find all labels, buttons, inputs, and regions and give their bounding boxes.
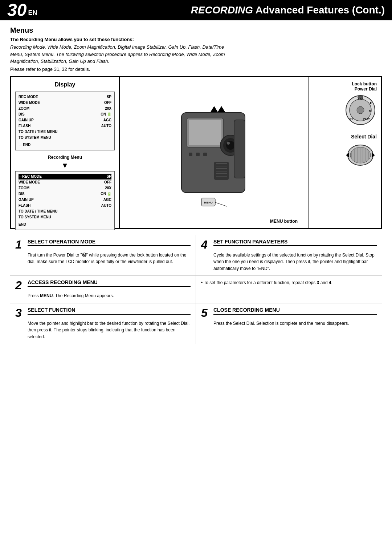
svg-rect-30 (358, 96, 363, 98)
page-header: 30 EN RECORDING Advanced Features (Cont.… (0, 0, 392, 20)
svg-text:OFF: OFF (349, 118, 354, 120)
subtitle-bold: The Recording Menu allows you to set the… (10, 37, 382, 42)
menu-row: DIS ON 🔋 (19, 112, 111, 117)
step-4-number: 4 (201, 239, 211, 250)
step-2-number: 2 (15, 279, 25, 291)
svg-rect-10 (234, 120, 245, 178)
select-dial-item: Select Dial (314, 134, 377, 168)
step-3-number: 3 (15, 307, 25, 319)
controls-panel: Lock button Power Dial REC M PLAY OFF (309, 77, 381, 228)
step-3-title: SELECT FUNCTION (28, 307, 191, 315)
menu-row: TO DATE / TIME MENU (19, 129, 111, 135)
subtitle-italic: Recording Mode, Wide Mode, Zoom Magnific… (10, 44, 382, 65)
step-5-number: 5 (201, 307, 211, 319)
diagram-box: Display REC MODE SP WIDE MODE OFF ZOOM 2… (10, 76, 382, 229)
svg-text:MENU: MENU (204, 201, 213, 204)
power-dial-label: Power Dial (352, 86, 377, 92)
page-reference: Please refer to page 31, 32 for details. (10, 66, 382, 72)
menu-row: TO SYSTEM MENU (19, 135, 111, 141)
select-dial-icon (344, 142, 377, 168)
step-2-title: ACCESS RECORDING MENU (28, 279, 191, 287)
menu-row: FLASH AUTO (19, 203, 111, 209)
svg-line-22 (215, 202, 227, 206)
recording-menu-label: Recording Menu (15, 155, 115, 160)
step-note-body: • To set the parameters for a different … (201, 279, 377, 286)
svg-rect-2 (189, 120, 221, 145)
menu-row: GAIN UP AGC (19, 197, 111, 203)
svg-marker-18 (211, 106, 218, 112)
svg-text:►: ► (369, 101, 373, 105)
menu-end: →END (19, 142, 111, 148)
arrow-down-icon: ▼ (15, 161, 115, 170)
menu-row: DIS ON 🔋 (19, 191, 111, 197)
camera-illustration: MENU (167, 91, 261, 214)
menu-row: ZOOM 20X (19, 106, 111, 112)
svg-rect-7 (189, 153, 192, 156)
page-suffix: EN (28, 9, 37, 17)
step-4-title: SET FUNCTION PARAMETERS (213, 239, 377, 246)
select-dial-label: Select Dial (351, 134, 377, 140)
power-dial-icon: REC M PLAY OFF ► (344, 94, 377, 126)
menu-row: WIDE MODE OFF (19, 100, 111, 106)
display-panel: Display REC MODE SP WIDE MODE OFF ZOOM 2… (11, 77, 120, 228)
step-2: 2 ACCESS RECORDING MENU Press MENU. The … (10, 276, 196, 303)
svg-point-6 (227, 142, 230, 145)
camera-area: MENU MENU button (120, 77, 309, 228)
page-title: RECORDING Advanced Features (Cont.) (191, 4, 385, 16)
step-5-title: CLOSE RECORDING MENU (213, 307, 377, 315)
svg-marker-19 (218, 106, 225, 112)
svg-rect-11 (214, 162, 229, 180)
menu-button-label: MENU button (270, 219, 298, 224)
menu-table-1: REC MODE SP WIDE MODE OFF ZOOM 20X DIS O… (15, 92, 115, 150)
step-3: 3 SELECT FUNCTION Move the pointer and h… (10, 303, 196, 344)
step-1: 1 SELECT OPERATION MODE First turn the P… (10, 235, 196, 276)
menu-row: TO DATE / TIME MENU (19, 209, 111, 214)
svg-rect-8 (196, 153, 200, 156)
svg-text:M: M (369, 110, 371, 112)
step-4-body: Cycle the available settings of the sele… (213, 252, 377, 272)
svg-text:PLAY: PLAY (363, 118, 370, 120)
menu-row: GAIN UP AGC (19, 117, 111, 123)
menu-row: TO SYSTEM MENU (19, 214, 111, 220)
display-label: Display (15, 81, 115, 88)
step-note: • To set the parameters for a different … (196, 276, 382, 303)
power-dial-item: Lock button Power Dial REC M PLAY OFF (314, 81, 377, 126)
menu-end-2: END (19, 222, 111, 227)
step-1-number: 1 (15, 239, 25, 250)
page-number: 30 (7, 1, 26, 19)
menu-table-2: →REC MODE SP WIDE MODE OFF ZOOM 20X DIS … (15, 171, 115, 230)
step-4: 4 SET FUNCTION PARAMETERS Cycle the avai… (196, 235, 382, 276)
steps-section: 1 SELECT OPERATION MODE First turn the P… (10, 235, 382, 344)
menu-row: FLASH AUTO (19, 123, 111, 129)
menu-row-selected: →REC MODE SP (19, 174, 111, 179)
main-content: Menus The Recording Menu allows you to s… (0, 20, 392, 350)
svg-point-25 (357, 106, 364, 114)
step-1-body: First turn the Power Dial to "Ⓜ" while p… (28, 252, 191, 265)
lock-button-label: Lock button (352, 81, 377, 86)
step-2-body: Press MENU. The Recording Menu appears. (28, 292, 191, 299)
section-title: Menus (10, 26, 382, 35)
menu-row: WIDE MODE OFF (19, 179, 111, 185)
svg-rect-9 (203, 153, 207, 156)
step-5: 5 CLOSE RECORDING MENU Press the Select … (196, 303, 382, 344)
step-3-body: Move the pointer and highlight bar to th… (28, 320, 191, 340)
menu-row: ZOOM 20X (19, 185, 111, 191)
step-5-body: Press the Select Dial. Selection is comp… (213, 320, 377, 327)
step-1-title: SELECT OPERATION MODE (28, 239, 191, 246)
menu-row: REC MODE SP (19, 94, 111, 100)
